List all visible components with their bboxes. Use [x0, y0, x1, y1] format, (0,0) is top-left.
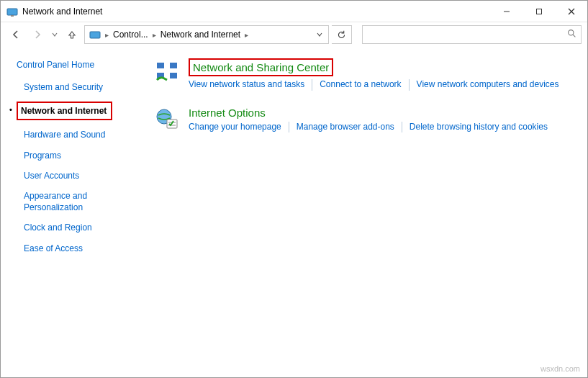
control-panel-icon [6, 6, 18, 17]
network-sharing-center-link[interactable]: Network and Sharing Center [189, 58, 333, 76]
address-dropdown-button[interactable] [314, 26, 325, 43]
internet-options-link[interactable]: Internet Options [189, 107, 266, 119]
recent-locations-button[interactable] [50, 25, 60, 44]
breadcrumb-root[interactable]: Control... [112, 30, 150, 40]
control-panel-home-link[interactable]: Control Panel Home [17, 60, 143, 70]
svg-rect-0 [7, 9, 17, 15]
sidebar-item-appearance-personalization[interactable]: Appearance and Personalization [24, 190, 132, 213]
network-sharing-icon [155, 60, 178, 83]
watermark: wsxdn.com [540, 364, 580, 373]
address-bar[interactable]: ▸ Control... ▸ Network and Internet ▸ [84, 25, 329, 44]
chevron-right-icon[interactable]: ▸ [243, 31, 250, 39]
main-content: Network and Sharing Center View network … [148, 47, 587, 377]
minimize-button[interactable] [490, 1, 523, 22]
sidebar-item-programs[interactable]: Programs [24, 150, 143, 161]
maximize-button[interactable] [523, 1, 555, 22]
sidebar-item-hardware-sound[interactable]: Hardware and Sound [24, 129, 143, 140]
view-network-computers-link[interactable]: View network computers and devices [409, 79, 566, 91]
back-button[interactable] [6, 25, 25, 44]
manage-addons-link[interactable]: Manage browser add-ons [289, 122, 402, 133]
view-network-status-link[interactable]: View network status and tasks [189, 79, 312, 91]
chevron-right-icon[interactable]: ▸ [104, 31, 110, 39]
breadcrumb-current[interactable]: Network and Internet [159, 30, 242, 40]
svg-rect-3 [536, 9, 541, 14]
sidebar-item-network-internet[interactable]: Network and Internet [17, 102, 112, 120]
section-network-sharing: Network and Sharing Center View network … [155, 58, 580, 91]
sidebar-item-user-accounts[interactable]: User Accounts [24, 170, 143, 181]
refresh-button[interactable] [332, 25, 352, 44]
nav-bar: ▸ Control... ▸ Network and Internet ▸ [1, 22, 587, 47]
change-homepage-link[interactable]: Change your homepage [189, 122, 289, 133]
chevron-right-icon[interactable]: ▸ [151, 31, 158, 39]
search-icon[interactable] [567, 29, 576, 40]
forward-button[interactable] [28, 25, 47, 44]
sidebar: Control Panel Home System and Security N… [1, 47, 148, 377]
title-bar: Network and Internet [1, 1, 587, 22]
svg-rect-1 [11, 15, 14, 17]
svg-point-7 [569, 30, 574, 35]
sidebar-item-clock-region[interactable]: Clock and Region [24, 222, 143, 233]
internet-options-icon [155, 108, 178, 131]
close-button[interactable] [555, 1, 587, 22]
sidebar-item-system-security[interactable]: System and Security [24, 81, 143, 93]
up-button[interactable] [63, 25, 81, 44]
window-title: Network and Internet [22, 6, 102, 17]
svg-line-8 [573, 35, 575, 37]
svg-rect-10 [170, 63, 177, 68]
search-box[interactable] [362, 25, 582, 44]
search-input[interactable] [367, 29, 567, 40]
svg-rect-12 [170, 73, 177, 78]
svg-rect-9 [157, 63, 164, 68]
svg-rect-6 [90, 32, 100, 38]
connect-to-network-link[interactable]: Connect to a network [312, 79, 408, 91]
section-internet-options: Internet Options Change your homepage Ma… [155, 107, 580, 133]
delete-browsing-history-link[interactable]: Delete browsing history and cookies [402, 122, 555, 133]
sidebar-item-ease-of-access[interactable]: Ease of Access [24, 243, 143, 254]
breadcrumb-root-icon [89, 29, 101, 40]
